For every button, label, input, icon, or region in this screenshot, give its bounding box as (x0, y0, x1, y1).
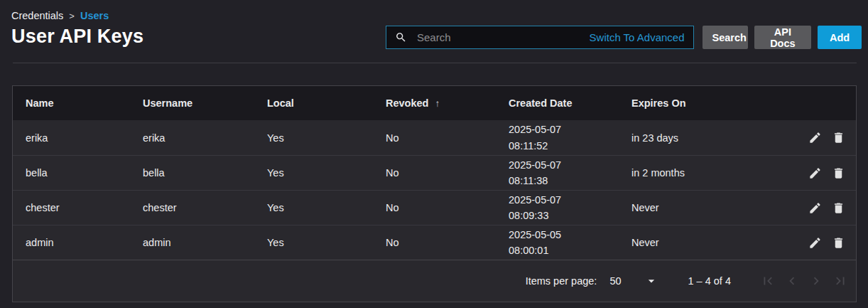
cell-expires-on: Never (619, 237, 801, 248)
cell-revoked: No (373, 132, 496, 144)
user-api-keys-table: Name Username Local Revoked ↑ Created Da… (12, 85, 857, 302)
cell-created-date: 2025-05-07 08:11:52 (496, 122, 619, 154)
items-per-page-value: 50 (609, 275, 621, 287)
table-row: chester chester Yes No 2025-05-07 08:09:… (13, 190, 856, 225)
items-per-page-label: Items per page: (526, 275, 597, 287)
cell-actions (801, 166, 856, 180)
cell-created-date: 2025-05-07 08:09:33 (496, 192, 619, 224)
cell-name: chester (13, 202, 130, 213)
cell-expires-on: in 23 days (619, 132, 801, 144)
cell-username: bella (130, 167, 254, 179)
column-header-revoked[interactable]: Revoked ↑ (373, 97, 496, 109)
next-page-button[interactable] (808, 272, 825, 290)
chevron-left-icon (784, 273, 800, 289)
page-range-label: 1 – 4 of 4 (688, 275, 731, 287)
search-icon (395, 31, 407, 43)
api-docs-button[interactable]: API Docs (754, 26, 812, 49)
pager-controls (752, 272, 849, 290)
cell-actions (801, 201, 856, 215)
column-header-created-date[interactable]: Created Date (496, 97, 619, 109)
cell-revoked: No (373, 167, 496, 179)
first-page-button[interactable] (759, 272, 776, 290)
cell-local: Yes (254, 167, 373, 179)
cell-created-date: 2025-05-05 08:00:01 (496, 227, 619, 259)
cell-created-date: 2025-05-07 08:11:38 (496, 157, 619, 189)
cell-name: bella (13, 167, 130, 179)
cell-actions (801, 131, 856, 144)
cell-expires-on: in 2 months (619, 167, 801, 179)
previous-page-button[interactable] (783, 272, 801, 290)
edit-icon[interactable] (808, 236, 822, 250)
last-page-button[interactable] (832, 272, 849, 290)
cell-name: erika (13, 132, 130, 144)
add-button[interactable]: Add (818, 26, 862, 49)
delete-icon[interactable] (832, 236, 845, 250)
toolbar: Switch To Advanced Search API Docs Add (386, 26, 862, 49)
search-button[interactable]: Search (702, 26, 748, 49)
cell-username: chester (130, 202, 254, 213)
cell-expires-on: Never (619, 202, 801, 213)
search-box[interactable]: Switch To Advanced (386, 26, 694, 49)
cell-actions (801, 236, 856, 250)
cell-local: Yes (254, 237, 373, 248)
column-header-username[interactable]: Username (130, 97, 254, 109)
table-header-row: Name Username Local Revoked ↑ Created Da… (13, 86, 856, 120)
header-divider (13, 63, 857, 63)
breadcrumb-users[interactable]: Users (80, 10, 109, 21)
search-input[interactable] (417, 31, 590, 43)
breadcrumb: Credentials > Users (11, 10, 855, 21)
breadcrumb-credentials[interactable]: Credentials (11, 10, 63, 21)
sort-ascending-icon: ↑ (435, 98, 440, 109)
table-row: bella bella Yes No 2025-05-07 08:11:38 i… (13, 155, 856, 190)
edit-icon[interactable] (808, 131, 822, 144)
chevron-down-icon (644, 274, 658, 288)
cell-local: Yes (254, 132, 373, 144)
table-row: erika erika Yes No 2025-05-07 08:11:52 i… (13, 120, 856, 155)
cell-name: admin (13, 237, 130, 248)
items-per-page-select[interactable]: 50 (609, 274, 658, 288)
pagination-bar: Items per page: 50 1 – 4 of 4 (13, 260, 856, 302)
delete-icon[interactable] (832, 131, 845, 144)
delete-icon[interactable] (832, 166, 845, 180)
column-header-local[interactable]: Local (254, 97, 373, 109)
chevron-right-icon (808, 273, 824, 289)
cell-username: erika (130, 132, 254, 144)
column-header-expires-on[interactable]: Expires On (619, 97, 801, 109)
edit-icon[interactable] (808, 166, 822, 180)
column-header-name[interactable]: Name (13, 97, 130, 109)
cell-username: admin (130, 237, 254, 248)
cell-revoked: No (373, 202, 496, 213)
table-row: admin admin Yes No 2025-05-05 08:00:01 N… (13, 225, 856, 260)
cell-local: Yes (254, 202, 373, 213)
cell-revoked: No (373, 237, 496, 248)
last-page-icon (832, 273, 848, 289)
breadcrumb-separator: > (69, 11, 75, 21)
delete-icon[interactable] (832, 201, 845, 215)
edit-icon[interactable] (808, 201, 822, 215)
first-page-icon (760, 273, 776, 289)
switch-to-advanced-link[interactable]: Switch To Advanced (590, 31, 685, 43)
